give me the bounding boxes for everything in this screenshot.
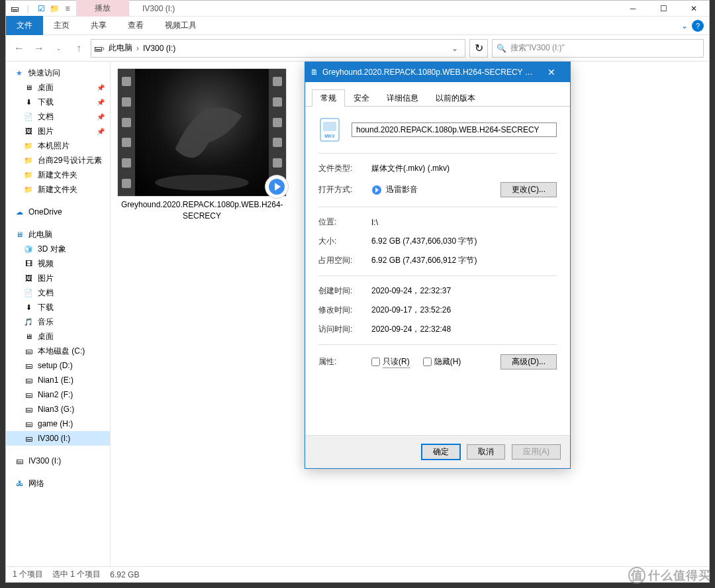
drive-icon: 🖴 (23, 404, 34, 415)
ribbon-tab-home[interactable]: 主页 (43, 16, 80, 35)
sidebar-item[interactable]: 🖥桌面📌 (6, 80, 110, 95)
sidebar-item[interactable]: 🖴setup (D:) (6, 358, 110, 373)
breadcrumb-root[interactable]: 此电脑 (105, 42, 136, 54)
drive-icon: 🖴 (23, 433, 34, 444)
cancel-button[interactable]: 取消 (467, 444, 505, 460)
sidebar-item[interactable]: 🖴Nian3 (G:) (6, 402, 110, 416)
breadcrumb[interactable]: 🖴 › 此电脑 › IV300 (I:) ⌄ (91, 39, 465, 58)
help-icon[interactable]: ? (692, 20, 704, 32)
tab-general[interactable]: 常规 (312, 89, 345, 107)
sidebar-item[interactable]: 🖴IV300 (I:) (6, 431, 110, 446)
value-modified: 2020-09-17，23:52:26 (371, 305, 557, 316)
label-accessed: 访问时间: (318, 324, 371, 335)
tab-details[interactable]: 详细信息 (378, 89, 427, 107)
sidebar-item[interactable]: 📁台商29号设计元素 (6, 153, 110, 168)
advanced-button[interactable]: 高级(D)... (501, 354, 557, 369)
drive-icon: 🖴 (23, 360, 34, 371)
breadcrumb-current[interactable]: IV300 (I:) (139, 44, 179, 53)
dialog-tabs: 常规 安全 详细信息 以前的版本 (305, 82, 570, 107)
svg-point-0 (155, 175, 248, 191)
divider-icon: | (22, 3, 34, 15)
sidebar-item[interactable]: 🖥桌面 (6, 329, 110, 344)
dialog-title-bar[interactable]: 🗎 Greyhound.2020.REPACK.1080p.WEB.H264-S… (305, 62, 570, 82)
folder-icon: 📁 (23, 184, 34, 195)
download-icon: ⬇ (23, 302, 34, 313)
drive-icon: 🖴 (9, 3, 21, 15)
ok-button[interactable]: 确定 (422, 444, 460, 460)
drive-icon: 🖴 (23, 375, 34, 385)
mkv-file-icon: MKV (318, 117, 341, 142)
filename-input[interactable] (352, 122, 557, 137)
sidebar-item[interactable]: ⬇下载📌 (6, 95, 110, 109)
quick-access-header[interactable]: ★快速访问 (6, 66, 110, 80)
sidebar-item[interactable]: 🖴本地磁盘 (C:) (6, 344, 110, 358)
sidebar-item[interactable]: 📁本机照片 (6, 138, 110, 153)
window-title: IV300 (I:) (129, 4, 188, 13)
ribbon-tab-video-tools[interactable]: 视频工具 (154, 16, 207, 35)
readonly-checkbox[interactable]: 只读(R) (371, 356, 410, 368)
apply-button[interactable]: 应用(A) (512, 444, 561, 460)
sidebar-item[interactable]: 🎞视频 (6, 256, 110, 271)
sidebar-item[interactable]: ⬇下载 (6, 300, 110, 315)
sidebar-item[interactable]: 🖴Nian2 (F:) (6, 387, 110, 402)
value-created: 2020-09-24，22:32:37 (371, 285, 557, 297)
ribbon-tab-view[interactable]: 查看 (117, 16, 154, 35)
file-item[interactable]: Greyhound.2020.REPACK.1080p.WEB.H264-SEC… (117, 68, 287, 224)
search-box[interactable]: 🔍 搜索"IV300 (I:)" (492, 39, 704, 58)
picture-icon: 🖼 (23, 126, 34, 136)
dialog-close-button[interactable]: ✕ (538, 67, 565, 77)
refresh-button[interactable]: ↻ (469, 39, 488, 58)
tab-security[interactable]: 安全 (345, 89, 378, 107)
hidden-checkbox[interactable]: 隐藏(H) (423, 356, 461, 368)
sidebar-item[interactable]: 📄文档 (6, 285, 110, 300)
sidebar-item[interactable]: 🖼图片 (6, 271, 110, 285)
sidebar-item[interactable]: 📁新建文件夹 (6, 182, 110, 197)
pc-icon: 🖥 (14, 229, 24, 240)
maximize-button[interactable]: ☐ (648, 1, 679, 17)
ribbon-file-tab[interactable]: 文件 (6, 16, 43, 35)
video-thumbnail[interactable] (117, 68, 287, 197)
search-icon: 🔍 (497, 44, 506, 53)
overflow-icon[interactable]: ≡ (62, 3, 73, 15)
close-button[interactable]: ✕ (679, 1, 709, 17)
drive-icon: 🖴 (94, 44, 102, 53)
iv300-external-header[interactable]: 🖴IV300 (I:) (6, 454, 110, 468)
label-size-on-disk: 占用空间: (318, 255, 371, 266)
sidebar-item[interactable]: 🧊3D 对象 (6, 242, 110, 256)
star-icon: ★ (14, 68, 24, 78)
document-icon: 📄 (23, 111, 34, 122)
ribbon-tab-share[interactable]: 共享 (80, 16, 117, 35)
sidebar-item[interactable]: 🖴Nian1 (E:) (6, 373, 110, 387)
cloud-icon: ☁ (14, 207, 24, 217)
up-button[interactable]: ↑ (71, 40, 87, 56)
back-button[interactable]: ← (11, 40, 27, 56)
breadcrumb-dropdown-icon[interactable]: ⌄ (448, 44, 462, 53)
ribbon: 文件 主页 共享 查看 视频工具 ⌄ ? (6, 17, 709, 35)
checkbox-icon[interactable]: ☑ (35, 3, 47, 15)
pin-icon: 📌 (97, 128, 105, 135)
folder-open-icon[interactable]: 📁 (48, 3, 60, 15)
sidebar-item[interactable]: 📁新建文件夹 (6, 168, 110, 182)
play-context-tab[interactable]: 播放 (76, 0, 129, 17)
sidebar-item[interactable]: 🎵音乐 (6, 315, 110, 329)
network-header[interactable]: 🖧网络 (6, 476, 110, 491)
recent-dropdown[interactable]: ⌄ (51, 40, 67, 56)
sidebar-item[interactable]: 🖴game (H:) (6, 416, 110, 431)
forward-button[interactable]: → (31, 40, 47, 56)
drive-icon: 🖴 (23, 389, 34, 400)
folder-icon: 📁 (23, 155, 34, 166)
svg-rect-3 (323, 122, 336, 131)
desktop-icon: 🖥 (23, 331, 34, 342)
sidebar-item[interactable]: 🖼图片📌 (6, 124, 110, 138)
change-button[interactable]: 更改(C)... (501, 182, 557, 197)
this-pc-header[interactable]: 🖥此电脑 (6, 227, 110, 242)
onedrive-header[interactable]: ☁OneDrive (6, 205, 110, 219)
svg-text:MKV: MKV (324, 134, 335, 138)
minimize-button[interactable]: ─ (618, 1, 648, 17)
sidebar-item[interactable]: 📄文档📌 (6, 109, 110, 124)
item-count: 1 个项目 (13, 569, 43, 580)
ribbon-expand-icon[interactable]: ⌄ (681, 21, 688, 30)
window-controls: ─ ☐ ✕ (618, 1, 709, 17)
value-accessed: 2020-09-24，22:32:48 (371, 324, 557, 335)
tab-previous-versions[interactable]: 以前的版本 (427, 89, 484, 107)
